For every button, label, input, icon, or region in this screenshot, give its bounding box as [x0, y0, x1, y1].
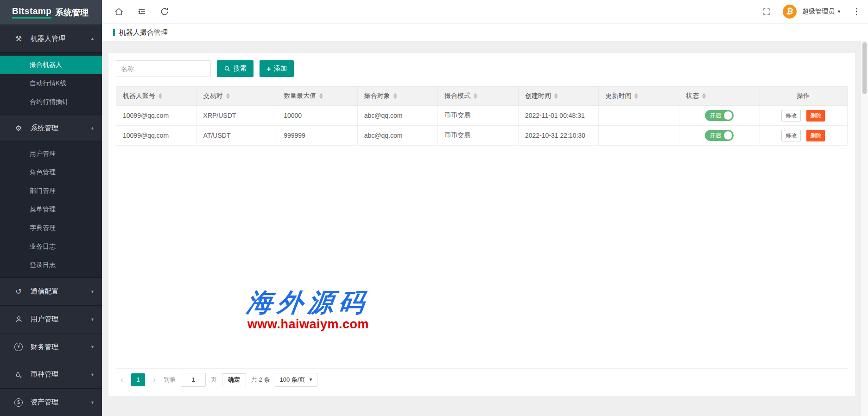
sidebar-item-label: 撮合机器人 [30, 61, 62, 69]
yen-glyph: ¥ [14, 343, 23, 351]
plus-icon: + [266, 65, 271, 73]
sort-icon[interactable] [702, 93, 706, 99]
sidebar-item-login-log[interactable]: 登录日志 [0, 256, 102, 275]
bitcoin-avatar[interactable]: ₿ [783, 5, 797, 19]
sidebar-item-label: 菜单管理 [30, 205, 56, 214]
pagination: ‹ 1 › 到第 页 确定 共 2 条 100 条/页 ▼ [116, 368, 848, 390]
refresh-icon[interactable] [160, 7, 169, 16]
chevron-down-icon: ▼ [90, 317, 95, 322]
total-count-label: 共 2 条 [251, 376, 270, 384]
user-menu[interactable]: 超级管理员 ▼ [802, 7, 841, 16]
cell-mode: 币币交易 [438, 106, 519, 126]
column-header-pair[interactable]: 交易对 [196, 87, 277, 106]
column-label: 状态 [686, 92, 699, 100]
topbar: ₿ 超级管理员 ▼ ⋮ [102, 0, 868, 24]
search-icon [224, 65, 231, 72]
column-header-max[interactable]: 数量最大值 [277, 87, 358, 106]
dollar-circle-icon: $ [14, 398, 23, 407]
home-icon[interactable] [114, 7, 124, 17]
search-input[interactable] [116, 60, 211, 77]
sidebar-item-biz-log[interactable]: 业务日志 [0, 237, 102, 256]
comm-icon: ↺ [14, 287, 23, 296]
watermark-text: 海外源码 [207, 288, 409, 317]
more-menu-icon[interactable]: ⋮ [852, 6, 861, 17]
page-title-bar: 机器人撮合管理 [102, 24, 868, 42]
watermark-url: www.haiwaiym.com [209, 317, 408, 332]
sidebar-group-coin-management[interactable]: 币种管理 ▼ [0, 361, 102, 389]
cell-status: 开启 [679, 106, 760, 126]
sidebar-item-label: 登录日志 [30, 261, 56, 269]
fullscreen-icon[interactable] [762, 7, 771, 16]
watermark: 海外源码 www.haiwaiym.com [209, 288, 408, 332]
status-toggle[interactable]: 开启 [705, 130, 734, 141]
sort-icon[interactable] [319, 93, 323, 99]
page-number-input[interactable] [181, 373, 206, 387]
sidebar-group-finance-management[interactable]: ¥ 财务管理 ▼ [0, 333, 102, 361]
search-button-label: 搜索 [234, 64, 247, 73]
sort-icon[interactable] [634, 93, 638, 99]
sidebar-item-label: 字典管理 [30, 224, 56, 232]
column-label: 数量最大值 [284, 92, 316, 100]
sidebar-group-robot-management[interactable]: ⚒ 机器人管理 ▲ [0, 25, 102, 52]
column-label: 交易对 [203, 92, 223, 100]
scrollbar-thumb[interactable] [862, 42, 867, 94]
sidebar-item-dict-admin[interactable]: 字典管理 [0, 219, 102, 237]
sidebar-group-user-management[interactable]: 用户管理 ▼ [0, 305, 102, 333]
edit-button[interactable]: 修改 [781, 110, 801, 122]
column-label: 创建时间 [525, 92, 551, 100]
edit-button[interactable]: 修改 [781, 130, 801, 141]
sidebar-submenu-robot: 撮合机器人 自动行情K线 合约行情插针 [0, 52, 102, 114]
column-header-updated[interactable]: 更新时间 [599, 87, 679, 106]
delete-button[interactable]: 删除 [806, 130, 825, 141]
column-header-mode[interactable]: 撮合模式 [438, 87, 519, 106]
cell-max: 10000 [277, 106, 358, 126]
column-label: 撮合模式 [444, 92, 470, 100]
page-size-select[interactable]: 100 条/页 ▼ [275, 373, 317, 387]
delete-button[interactable]: 删除 [806, 110, 825, 122]
goto-label: 到第 [164, 376, 176, 384]
confirm-page-button[interactable]: 确定 [222, 373, 246, 386]
cell-updated [599, 106, 679, 126]
sidebar-item-label: 部门管理 [30, 187, 56, 195]
sidebar-group-system-management[interactable]: ⚙ 系统管理 ▲ [0, 114, 102, 142]
vertical-scrollbar[interactable] [861, 41, 868, 416]
status-toggle[interactable]: 开启 [705, 110, 734, 121]
column-label: 机器人账号 [123, 92, 155, 100]
cell-actions: 修改 删除 [760, 106, 847, 126]
prev-page-icon[interactable]: ‹ [118, 376, 126, 384]
sidebar-group-asset-management[interactable]: $ 资产管理 ▼ [0, 388, 102, 416]
sidebar-item-menu-admin[interactable]: 菜单管理 [0, 200, 102, 219]
sort-icon[interactable] [393, 93, 397, 99]
sidebar-item-matching-robot[interactable]: 撮合机器人 [0, 56, 102, 74]
table-header-row: 机器人账号 交易对 数量最大值 撮合对象 [116, 87, 848, 106]
status-toggle-label: 开启 [710, 132, 721, 140]
column-label: 更新时间 [605, 92, 631, 100]
sidebar-item-dept-admin[interactable]: 部门管理 [0, 182, 102, 200]
column-header-status[interactable]: 状态 [679, 87, 760, 106]
table-row: 10099@qq.com AT/USDT 999999 abc@qq.com 币… [116, 126, 848, 146]
sidebar-group-comm-config[interactable]: ↺ 通信配置 ▼ [0, 277, 102, 305]
sort-icon[interactable] [226, 93, 230, 99]
sidebar-item-role-admin[interactable]: 角色管理 [0, 163, 102, 182]
search-button[interactable]: 搜索 [217, 60, 253, 77]
sidebar-item-user-admin[interactable]: 用户管理 [0, 145, 102, 163]
collapse-menu-icon[interactable] [137, 7, 147, 16]
next-page-icon[interactable]: › [150, 376, 158, 384]
sidebar-item-auto-kline[interactable]: 自动行情K线 [0, 74, 102, 93]
sidebar-item-contract-pin[interactable]: 合约行情插针 [0, 93, 102, 111]
add-button[interactable]: + 添加 [260, 60, 294, 77]
sidebar-item-label: 合约行情插针 [30, 98, 69, 106]
sort-icon[interactable] [554, 93, 558, 99]
gear-icon: ⚙ [14, 124, 23, 133]
sort-icon[interactable] [474, 93, 477, 99]
robots-table: 机器人账号 交易对 数量最大值 撮合对象 [116, 86, 848, 146]
column-label: 操作 [797, 92, 810, 99]
sidebar-group-label: 资产管理 [31, 398, 90, 407]
sort-icon[interactable] [158, 93, 162, 99]
column-header-account[interactable]: 机器人账号 [116, 87, 197, 106]
table-empty-space: 海外源码 www.haiwaiym.com [116, 146, 848, 371]
current-page[interactable]: 1 [131, 373, 145, 386]
cell-target: abc@qq.com [357, 106, 438, 126]
column-header-target[interactable]: 撮合对象 [357, 87, 438, 106]
column-header-created[interactable]: 创建时间 [518, 87, 599, 106]
